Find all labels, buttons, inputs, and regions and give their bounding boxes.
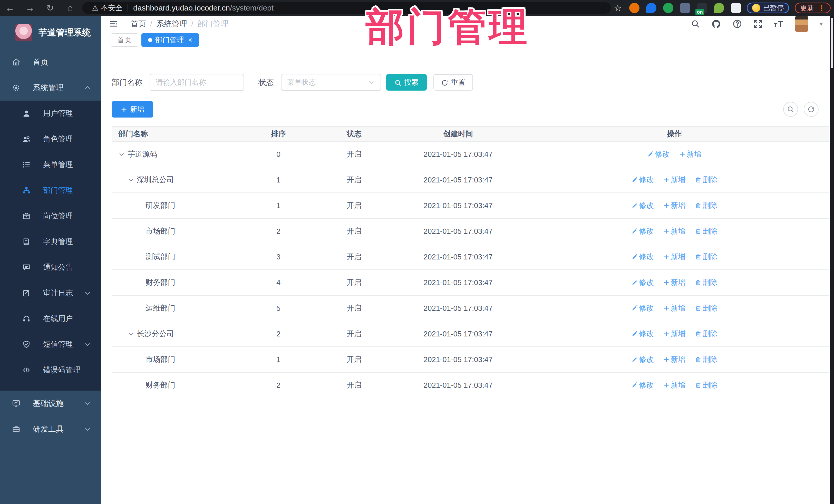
sidebar-item-字典管理[interactable]: 字典管理 xyxy=(0,229,101,255)
tab-dept-management[interactable]: 部门管理 × xyxy=(141,34,199,47)
row-action-add[interactable]: 新增 xyxy=(663,329,686,338)
row-action-edit[interactable]: 修改 xyxy=(631,253,654,261)
ext-puzzle-icon[interactable] xyxy=(731,3,741,13)
edit-icon xyxy=(631,356,638,363)
plus-icon xyxy=(663,228,670,235)
sidebar-item-研发工具[interactable]: 研发工具 xyxy=(0,416,101,442)
row-action-add[interactable]: 新增 xyxy=(663,304,686,312)
sidebar-item-在线用户[interactable]: 在线用户 xyxy=(0,306,101,332)
browser-forward-icon[interactable]: → xyxy=(20,3,40,13)
row-action-edit[interactable]: 修改 xyxy=(631,329,654,338)
expand-arrow-icon[interactable] xyxy=(118,151,125,158)
dept-name-label: 部门名称 xyxy=(112,77,142,88)
row-action-delete[interactable]: 删除 xyxy=(695,201,718,210)
github-icon[interactable] xyxy=(711,19,721,29)
row-action-add[interactable]: 新增 xyxy=(663,176,686,184)
ext-grid-icon[interactable] xyxy=(680,3,690,13)
sidebar-item-系统管理[interactable]: 系统管理 xyxy=(0,75,101,101)
sidebar-item-通知公告[interactable]: 通知公告 xyxy=(0,255,101,280)
search-icon[interactable] xyxy=(691,19,700,28)
row-action-edit[interactable]: 修改 xyxy=(631,355,654,364)
toggle-search-button[interactable] xyxy=(783,102,798,117)
column-header-sort: 排序 xyxy=(245,127,312,141)
page-scrollbar[interactable] xyxy=(830,16,834,504)
ext-check-icon[interactable] xyxy=(663,3,673,13)
table-row: 财务部门2开启2021-01-05 17:03:47修改新增删除 xyxy=(112,372,829,398)
user-avatar[interactable] xyxy=(795,16,808,32)
address-bar[interactable]: ⚠ 不安全 dashboard.yudao.iocoder.cn/system/… xyxy=(82,2,611,14)
tab-close-icon[interactable]: × xyxy=(188,36,192,44)
sidebar-item-用户管理[interactable]: 用户管理 xyxy=(0,101,101,126)
sidebar-item-审计日志[interactable]: 审计日志 xyxy=(0,280,101,306)
row-action-edit[interactable]: 修改 xyxy=(647,150,670,158)
fullscreen-icon[interactable] xyxy=(753,19,763,28)
row-action-add[interactable]: 新增 xyxy=(679,150,702,158)
row-action-add[interactable]: 新增 xyxy=(663,381,686,389)
font-size-icon[interactable]: TT xyxy=(774,19,784,29)
row-action-delete[interactable]: 删除 xyxy=(695,355,718,364)
sidebar-item-部门管理[interactable]: 部门管理 xyxy=(0,178,101,203)
column-header-name: 部门名称 xyxy=(112,127,245,141)
devtools-icon xyxy=(12,425,22,434)
row-action-add[interactable]: 新增 xyxy=(663,278,686,286)
dept-sort: 1 xyxy=(245,167,312,193)
browser-home-icon[interactable]: ⌂ xyxy=(60,3,80,13)
dept-sort: 3 xyxy=(245,244,312,270)
trash-icon xyxy=(695,382,702,389)
dept-created: 2021-01-05 17:03:47 xyxy=(396,244,520,270)
row-action-delete[interactable]: 删除 xyxy=(695,381,718,389)
ext-target-icon[interactable] xyxy=(629,3,639,13)
expand-arrow-icon[interactable] xyxy=(128,330,134,337)
add-button[interactable]: 新增 xyxy=(112,101,153,117)
browser-reload-icon[interactable]: ↻ xyxy=(40,3,60,13)
sidebar-item-基础设施[interactable]: 基础设施 xyxy=(0,391,101,416)
row-action-add[interactable]: 新增 xyxy=(663,227,686,235)
row-action-edit[interactable]: 修改 xyxy=(631,304,654,312)
row-action-edit[interactable]: 修改 xyxy=(631,381,654,389)
breadcrumb-parent[interactable]: 系统管理 xyxy=(156,19,187,29)
paused-profile-chip[interactable]: 已暂停 xyxy=(747,3,789,13)
row-action-delete[interactable]: 删除 xyxy=(695,329,718,338)
row-action-edit[interactable]: 修改 xyxy=(631,201,654,210)
sidebar-item-label: 审计日志 xyxy=(43,288,84,298)
row-action-delete[interactable]: 删除 xyxy=(695,304,718,312)
row-action-delete[interactable]: 删除 xyxy=(695,253,718,261)
scrollbar-thumb[interactable] xyxy=(831,18,833,68)
row-action-edit[interactable]: 修改 xyxy=(631,227,654,235)
row-action-edit[interactable]: 修改 xyxy=(631,176,654,184)
search-button[interactable]: 搜索 xyxy=(386,74,427,91)
sidebar-item-短信管理[interactable]: 短信管理 xyxy=(0,332,101,357)
sidebar-item-角色管理[interactable]: 角色管理 xyxy=(0,126,101,152)
update-button[interactable]: 更新 ⋮ xyxy=(795,3,831,13)
row-action-delete[interactable]: 删除 xyxy=(695,278,718,286)
sidebar-logo-row[interactable]: 芋道管理系统 xyxy=(0,16,101,49)
ext-drop-icon[interactable] xyxy=(646,3,656,13)
ext-proxy-icon[interactable]: on xyxy=(697,3,707,13)
dept-created: 2021-01-05 17:03:47 xyxy=(396,270,520,295)
refresh-table-button[interactable] xyxy=(804,102,819,117)
row-action-add[interactable]: 新增 xyxy=(663,355,686,364)
ext-person-icon[interactable] xyxy=(714,3,724,13)
sidebar-item-菜单管理[interactable]: 菜单管理 xyxy=(0,152,101,178)
row-action-add[interactable]: 新增 xyxy=(663,201,686,210)
expand-arrow-icon[interactable] xyxy=(128,177,134,183)
browser-menu-dots-icon[interactable]: ⋮ xyxy=(817,4,825,13)
row-action-delete[interactable]: 删除 xyxy=(695,227,718,235)
user-menu-caret-icon[interactable]: ▾ xyxy=(820,20,823,27)
sidebar-item-岗位管理[interactable]: 岗位管理 xyxy=(0,203,101,229)
sidebar-item-错误码管理[interactable]: 错误码管理 xyxy=(0,357,101,383)
dept-name-input[interactable] xyxy=(150,74,244,91)
status-select[interactable]: 菜单状态 xyxy=(281,74,381,91)
row-action-add[interactable]: 新增 xyxy=(663,253,686,261)
row-action-delete[interactable]: 删除 xyxy=(695,176,718,184)
row-action-edit[interactable]: 修改 xyxy=(631,278,654,286)
browser-back-icon[interactable]: ← xyxy=(0,3,20,13)
collapse-menu-icon[interactable] xyxy=(109,19,118,28)
help-icon[interactable] xyxy=(732,19,742,29)
tab-home[interactable]: 首页 xyxy=(111,34,138,47)
reset-button[interactable]: 重置 xyxy=(434,74,473,91)
sidebar-item-首页[interactable]: 首页 xyxy=(0,49,101,75)
breadcrumb-home[interactable]: 首页 xyxy=(131,19,146,29)
bookmark-star-icon[interactable]: ☆ xyxy=(614,3,621,13)
sidebar-item-label: 部门管理 xyxy=(43,185,91,196)
